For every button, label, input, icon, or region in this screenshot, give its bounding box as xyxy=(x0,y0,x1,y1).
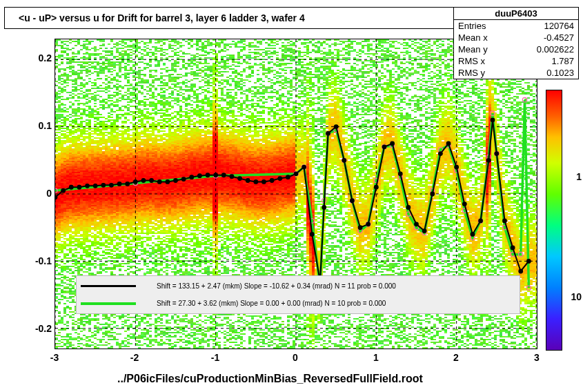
x-tick: -3 xyxy=(50,352,59,363)
svg-point-70 xyxy=(230,174,235,179)
svg-point-51 xyxy=(77,185,82,190)
svg-point-84 xyxy=(334,124,339,129)
svg-point-93 xyxy=(406,205,411,210)
svg-point-85 xyxy=(342,158,346,163)
svg-point-103 xyxy=(486,158,491,163)
svg-point-52 xyxy=(85,184,90,188)
svg-point-61 xyxy=(157,179,162,184)
svg-point-91 xyxy=(390,141,395,146)
svg-point-104 xyxy=(491,117,495,122)
svg-point-63 xyxy=(173,178,178,183)
svg-point-94 xyxy=(414,222,419,226)
svg-point-49 xyxy=(61,188,66,193)
stats-row-meanx: Mean x -0.4527 xyxy=(454,32,578,43)
svg-point-88 xyxy=(366,222,370,226)
legend-text-2: Shift = 27.30 + 3.62 (mkm) Slope = 0.00 … xyxy=(157,300,515,307)
colorbar-tick: 1 xyxy=(576,171,582,182)
stats-name: duuP6403 xyxy=(454,8,578,20)
stats-row-rmsy: RMS y 0.1023 xyxy=(454,67,578,79)
stats-row-meany: Mean y 0.002622 xyxy=(454,43,578,55)
svg-point-92 xyxy=(398,171,403,176)
svg-point-67 xyxy=(206,173,210,177)
y-tick: 0.1 xyxy=(10,120,52,131)
stats-value: 1.787 xyxy=(551,55,574,67)
legend-swatch-black xyxy=(81,285,136,287)
svg-point-75 xyxy=(270,178,275,183)
svg-point-74 xyxy=(261,179,266,184)
svg-point-101 xyxy=(471,232,475,237)
svg-point-64 xyxy=(181,177,186,182)
svg-point-78 xyxy=(294,171,299,176)
stats-label: Entries xyxy=(458,20,486,32)
y-tick: 0 xyxy=(10,188,52,199)
svg-point-97 xyxy=(438,151,443,156)
stats-label: Mean y xyxy=(458,43,488,55)
plot-area: Shift = 133.15 + 2.47 (mkm) Slope = -10.… xyxy=(55,39,537,349)
stats-row-entries: Entries 120764 xyxy=(454,20,578,32)
y-tick: -0.1 xyxy=(10,255,52,266)
svg-point-105 xyxy=(494,151,499,156)
svg-point-100 xyxy=(462,202,467,206)
colorbar-tick: 10 xyxy=(571,291,582,302)
svg-point-73 xyxy=(253,179,258,184)
colorbar xyxy=(546,90,562,351)
svg-point-80 xyxy=(310,232,315,237)
stats-label: RMS y xyxy=(458,67,485,79)
svg-point-62 xyxy=(165,179,170,184)
svg-point-96 xyxy=(430,192,435,197)
svg-point-108 xyxy=(518,269,523,274)
x-tick: 1 xyxy=(373,352,379,363)
plot-title: <u - uP> versus u for Drift for barrel 3… xyxy=(19,12,305,23)
stats-value: 0.1023 xyxy=(546,67,574,79)
legend-row-1: Shift = 133.15 + 2.47 (mkm) Slope = -10.… xyxy=(81,282,515,290)
legend-row-2: Shift = 27.30 + 3.62 (mkm) Slope = 0.00 … xyxy=(81,300,515,307)
svg-point-99 xyxy=(454,165,459,170)
svg-point-56 xyxy=(117,182,122,186)
chart-root: <u - uP> versus u for Drift for barrel 3… xyxy=(0,0,583,392)
svg-point-102 xyxy=(478,219,483,224)
svg-point-95 xyxy=(422,228,427,233)
x-tick: 2 xyxy=(453,352,459,363)
svg-point-57 xyxy=(125,182,130,186)
x-tick: -1 xyxy=(211,352,219,363)
svg-point-82 xyxy=(322,205,326,210)
svg-point-53 xyxy=(93,184,98,188)
svg-point-68 xyxy=(213,173,218,177)
svg-point-98 xyxy=(446,141,451,146)
stats-label: RMS x xyxy=(458,55,485,67)
svg-point-87 xyxy=(358,225,363,230)
legend-text-1: Shift = 133.15 + 2.47 (mkm) Slope = -10.… xyxy=(157,282,515,290)
svg-point-86 xyxy=(350,198,355,203)
svg-point-72 xyxy=(246,178,250,183)
svg-point-89 xyxy=(374,185,379,190)
svg-point-109 xyxy=(526,259,531,264)
svg-point-106 xyxy=(502,219,507,224)
svg-point-55 xyxy=(109,183,114,188)
stats-box: duuP6403 Entries 120764 Mean x -0.4527 M… xyxy=(453,7,579,79)
y-tick: -0.2 xyxy=(10,323,52,334)
svg-point-60 xyxy=(149,178,154,183)
plot-title-box: <u - uP> versus u for Drift for barrel 3… xyxy=(4,7,461,29)
svg-point-79 xyxy=(302,165,306,170)
stats-value: 0.002622 xyxy=(537,43,574,55)
svg-point-54 xyxy=(101,183,106,188)
stats-label: Mean x xyxy=(458,32,488,43)
svg-point-50 xyxy=(69,185,74,190)
legend-swatch-green xyxy=(81,302,136,305)
svg-point-83 xyxy=(326,131,330,136)
stats-value: 120764 xyxy=(544,20,574,32)
svg-point-76 xyxy=(277,176,282,181)
svg-point-71 xyxy=(237,176,242,181)
y-tick: 0.2 xyxy=(10,52,52,63)
svg-point-77 xyxy=(286,175,290,179)
x-tick: 3 xyxy=(534,352,540,363)
x-tick: -2 xyxy=(130,352,139,363)
svg-point-65 xyxy=(189,175,194,179)
bottom-caption: ../P06icFiles/cuProductionMinBias_Revers… xyxy=(117,373,423,385)
x-tick: 0 xyxy=(293,352,298,363)
svg-point-90 xyxy=(382,144,387,149)
stats-value: -0.4527 xyxy=(544,32,574,43)
svg-point-59 xyxy=(141,178,146,183)
stats-row-rmsx: RMS x 1.787 xyxy=(454,55,578,67)
svg-point-58 xyxy=(133,179,138,184)
